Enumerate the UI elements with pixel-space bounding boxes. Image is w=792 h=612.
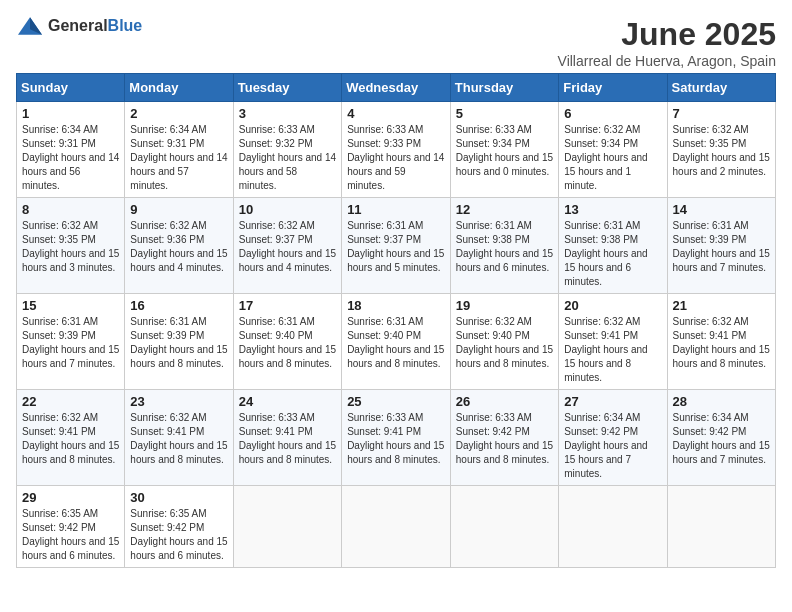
day-number: 28 (673, 394, 770, 409)
day-info: Sunrise: 6:31 AM Sunset: 9:38 PM Dayligh… (456, 219, 553, 275)
calendar-cell: 7 Sunrise: 6:32 AM Sunset: 9:35 PM Dayli… (667, 102, 775, 198)
logo-general: General (48, 17, 108, 34)
calendar-cell: 30 Sunrise: 6:35 AM Sunset: 9:42 PM Dayl… (125, 486, 233, 568)
calendar-cell: 17 Sunrise: 6:31 AM Sunset: 9:40 PM Dayl… (233, 294, 341, 390)
day-info: Sunrise: 6:32 AM Sunset: 9:40 PM Dayligh… (456, 315, 553, 371)
day-info: Sunrise: 6:32 AM Sunset: 9:34 PM Dayligh… (564, 123, 661, 193)
day-number: 12 (456, 202, 553, 217)
calendar-table: SundayMondayTuesdayWednesdayThursdayFrid… (16, 73, 776, 568)
day-number: 10 (239, 202, 336, 217)
calendar-cell: 10 Sunrise: 6:32 AM Sunset: 9:37 PM Dayl… (233, 198, 341, 294)
day-number: 13 (564, 202, 661, 217)
day-info: Sunrise: 6:32 AM Sunset: 9:35 PM Dayligh… (673, 123, 770, 179)
calendar-cell: 5 Sunrise: 6:33 AM Sunset: 9:34 PM Dayli… (450, 102, 558, 198)
day-info: Sunrise: 6:33 AM Sunset: 9:41 PM Dayligh… (347, 411, 445, 467)
day-number: 11 (347, 202, 445, 217)
calendar-cell: 11 Sunrise: 6:31 AM Sunset: 9:37 PM Dayl… (342, 198, 451, 294)
calendar-cell: 26 Sunrise: 6:33 AM Sunset: 9:42 PM Dayl… (450, 390, 558, 486)
calendar-cell (233, 486, 341, 568)
day-info: Sunrise: 6:34 AM Sunset: 9:42 PM Dayligh… (564, 411, 661, 481)
calendar-cell: 4 Sunrise: 6:33 AM Sunset: 9:33 PM Dayli… (342, 102, 451, 198)
month-title: June 2025 (558, 16, 776, 53)
calendar-cell: 16 Sunrise: 6:31 AM Sunset: 9:39 PM Dayl… (125, 294, 233, 390)
day-number: 14 (673, 202, 770, 217)
day-info: Sunrise: 6:34 AM Sunset: 9:31 PM Dayligh… (130, 123, 227, 193)
day-info: Sunrise: 6:35 AM Sunset: 9:42 PM Dayligh… (22, 507, 119, 563)
calendar-cell: 18 Sunrise: 6:31 AM Sunset: 9:40 PM Dayl… (342, 294, 451, 390)
calendar-cell: 1 Sunrise: 6:34 AM Sunset: 9:31 PM Dayli… (17, 102, 125, 198)
calendar-cell: 28 Sunrise: 6:34 AM Sunset: 9:42 PM Dayl… (667, 390, 775, 486)
day-number: 17 (239, 298, 336, 313)
day-info: Sunrise: 6:32 AM Sunset: 9:41 PM Dayligh… (673, 315, 770, 371)
day-info: Sunrise: 6:32 AM Sunset: 9:35 PM Dayligh… (22, 219, 119, 275)
location-title: Villarreal de Huerva, Aragon, Spain (558, 53, 776, 69)
calendar-cell: 27 Sunrise: 6:34 AM Sunset: 9:42 PM Dayl… (559, 390, 667, 486)
day-number: 18 (347, 298, 445, 313)
day-info: Sunrise: 6:33 AM Sunset: 9:41 PM Dayligh… (239, 411, 336, 467)
calendar-cell: 2 Sunrise: 6:34 AM Sunset: 9:31 PM Dayli… (125, 102, 233, 198)
title-block: June 2025 Villarreal de Huerva, Aragon, … (558, 16, 776, 69)
day-info: Sunrise: 6:32 AM Sunset: 9:36 PM Dayligh… (130, 219, 227, 275)
day-number: 30 (130, 490, 227, 505)
calendar-week-2: 8 Sunrise: 6:32 AM Sunset: 9:35 PM Dayli… (17, 198, 776, 294)
calendar-body: 1 Sunrise: 6:34 AM Sunset: 9:31 PM Dayli… (17, 102, 776, 568)
calendar-cell: 19 Sunrise: 6:32 AM Sunset: 9:40 PM Dayl… (450, 294, 558, 390)
day-info: Sunrise: 6:33 AM Sunset: 9:33 PM Dayligh… (347, 123, 445, 193)
day-info: Sunrise: 6:33 AM Sunset: 9:34 PM Dayligh… (456, 123, 553, 179)
calendar-cell: 14 Sunrise: 6:31 AM Sunset: 9:39 PM Dayl… (667, 198, 775, 294)
calendar-cell: 6 Sunrise: 6:32 AM Sunset: 9:34 PM Dayli… (559, 102, 667, 198)
calendar-cell (559, 486, 667, 568)
calendar-cell: 22 Sunrise: 6:32 AM Sunset: 9:41 PM Dayl… (17, 390, 125, 486)
day-number: 9 (130, 202, 227, 217)
day-number: 20 (564, 298, 661, 313)
day-info: Sunrise: 6:34 AM Sunset: 9:42 PM Dayligh… (673, 411, 770, 467)
calendar-cell: 9 Sunrise: 6:32 AM Sunset: 9:36 PM Dayli… (125, 198, 233, 294)
page-header: GeneralBlue June 2025 Villarreal de Huer… (16, 16, 776, 69)
header-cell-monday: Monday (125, 74, 233, 102)
day-info: Sunrise: 6:31 AM Sunset: 9:40 PM Dayligh… (347, 315, 445, 371)
day-number: 29 (22, 490, 119, 505)
calendar-cell: 25 Sunrise: 6:33 AM Sunset: 9:41 PM Dayl… (342, 390, 451, 486)
header-cell-tuesday: Tuesday (233, 74, 341, 102)
calendar-cell: 8 Sunrise: 6:32 AM Sunset: 9:35 PM Dayli… (17, 198, 125, 294)
calendar-cell (667, 486, 775, 568)
day-number: 26 (456, 394, 553, 409)
day-info: Sunrise: 6:31 AM Sunset: 9:39 PM Dayligh… (673, 219, 770, 275)
header-cell-wednesday: Wednesday (342, 74, 451, 102)
day-number: 21 (673, 298, 770, 313)
day-info: Sunrise: 6:33 AM Sunset: 9:42 PM Dayligh… (456, 411, 553, 467)
calendar-cell (450, 486, 558, 568)
day-number: 24 (239, 394, 336, 409)
logo-icon (16, 16, 44, 36)
header-cell-thursday: Thursday (450, 74, 558, 102)
day-info: Sunrise: 6:34 AM Sunset: 9:31 PM Dayligh… (22, 123, 119, 193)
day-info: Sunrise: 6:32 AM Sunset: 9:41 PM Dayligh… (22, 411, 119, 467)
calendar-cell: 24 Sunrise: 6:33 AM Sunset: 9:41 PM Dayl… (233, 390, 341, 486)
day-info: Sunrise: 6:31 AM Sunset: 9:39 PM Dayligh… (130, 315, 227, 371)
day-number: 8 (22, 202, 119, 217)
day-number: 6 (564, 106, 661, 121)
day-info: Sunrise: 6:31 AM Sunset: 9:38 PM Dayligh… (564, 219, 661, 289)
day-info: Sunrise: 6:31 AM Sunset: 9:37 PM Dayligh… (347, 219, 445, 275)
calendar-week-5: 29 Sunrise: 6:35 AM Sunset: 9:42 PM Dayl… (17, 486, 776, 568)
day-number: 22 (22, 394, 119, 409)
calendar-cell: 23 Sunrise: 6:32 AM Sunset: 9:41 PM Dayl… (125, 390, 233, 486)
day-info: Sunrise: 6:32 AM Sunset: 9:41 PM Dayligh… (130, 411, 227, 467)
day-number: 3 (239, 106, 336, 121)
calendar-cell: 29 Sunrise: 6:35 AM Sunset: 9:42 PM Dayl… (17, 486, 125, 568)
logo-blue: Blue (108, 17, 143, 34)
calendar-cell: 21 Sunrise: 6:32 AM Sunset: 9:41 PM Dayl… (667, 294, 775, 390)
calendar-cell: 15 Sunrise: 6:31 AM Sunset: 9:39 PM Dayl… (17, 294, 125, 390)
day-info: Sunrise: 6:31 AM Sunset: 9:39 PM Dayligh… (22, 315, 119, 371)
day-number: 2 (130, 106, 227, 121)
day-info: Sunrise: 6:35 AM Sunset: 9:42 PM Dayligh… (130, 507, 227, 563)
day-number: 15 (22, 298, 119, 313)
day-number: 19 (456, 298, 553, 313)
day-number: 23 (130, 394, 227, 409)
day-info: Sunrise: 6:32 AM Sunset: 9:41 PM Dayligh… (564, 315, 661, 385)
calendar-header: SundayMondayTuesdayWednesdayThursdayFrid… (17, 74, 776, 102)
header-cell-sunday: Sunday (17, 74, 125, 102)
day-number: 27 (564, 394, 661, 409)
calendar-cell: 13 Sunrise: 6:31 AM Sunset: 9:38 PM Dayl… (559, 198, 667, 294)
day-number: 5 (456, 106, 553, 121)
